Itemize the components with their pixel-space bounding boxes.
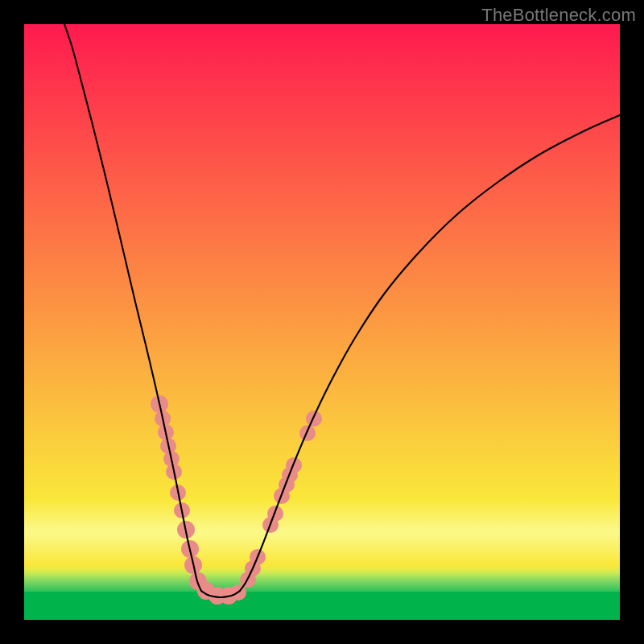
curve-right-branch [240, 115, 620, 591]
scatter-dot-20 [267, 506, 283, 522]
watermark-text: TheBottleneck.com [481, 5, 636, 26]
curve-overlay [24, 24, 620, 620]
scatter-dot-25 [299, 425, 316, 441]
plot-area [24, 24, 620, 620]
scatter-dot-26 [306, 411, 322, 427]
curve-left-branch [64, 24, 201, 591]
outer-frame: TheBottleneck.com [0, 0, 644, 644]
